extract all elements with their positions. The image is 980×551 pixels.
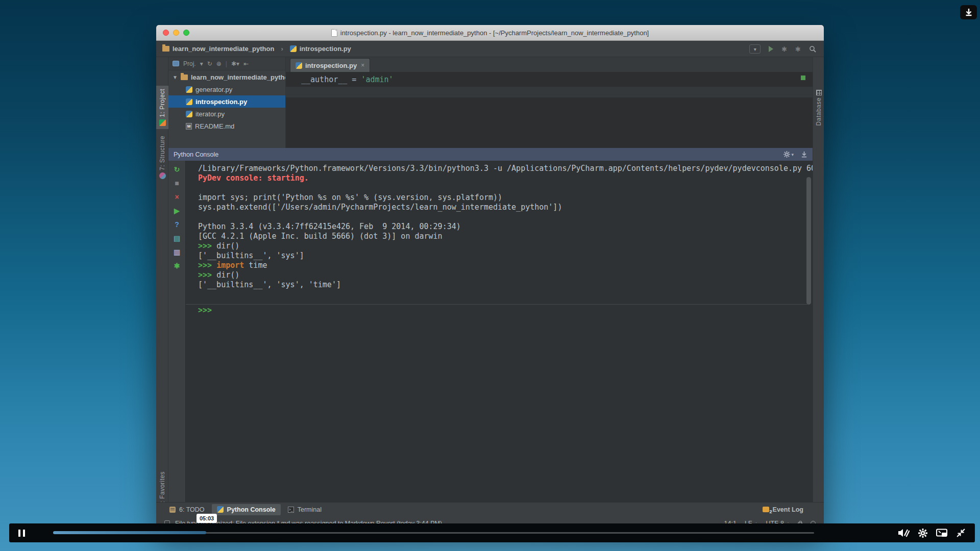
tree-item-readme-md[interactable]: MREADME.md <box>168 120 285 132</box>
console-line <box>198 290 813 299</box>
toolwindow-tab-label: Terminal <box>298 506 322 513</box>
navigation-bar: learn_now_intermediate_python›introspect… <box>156 41 824 57</box>
sidebar-item-structure[interactable]: 7: Structure <box>156 133 168 182</box>
editor-tab-bar: introspection.py × <box>286 57 813 72</box>
console-text-segment: >>> <box>198 261 216 270</box>
console-line: PyDev console: starting. <box>198 173 813 183</box>
expander-icon[interactable]: ▼ <box>173 74 178 80</box>
settings-gear-icon[interactable] <box>918 529 927 538</box>
console-prompt[interactable]: >>> <box>186 306 813 315</box>
project-tree: ▼learn_now_intermediate_pythongenerator.… <box>168 71 285 132</box>
console-text-segment: >>> <box>198 241 216 251</box>
mute-icon[interactable] <box>898 529 910 537</box>
console-text-segment: import sys; print('Python %s on %s' % (s… <box>198 193 502 202</box>
console-title: Python Console <box>174 151 218 158</box>
download-icon <box>965 8 973 16</box>
document-icon <box>331 29 337 37</box>
python-file-icon <box>290 45 297 52</box>
console-text-segment: [GCC 4.2.1 (Apple Inc. build 5666) (dot … <box>198 232 443 241</box>
soft-wrap-icon[interactable]: ✱ <box>174 262 180 269</box>
tree-item-iterator-py[interactable]: iterator.py <box>168 108 285 120</box>
tree-item-generator-py[interactable]: generator.py <box>168 83 285 95</box>
console-line <box>198 212 813 222</box>
traffic-lights <box>163 30 189 36</box>
execute-icon[interactable]: ▶ <box>174 207 180 214</box>
run-config-dropdown[interactable]: ▾ <box>749 44 761 54</box>
code-segment: 'admin' <box>361 75 393 84</box>
window-title: introspection.py - learn_now_intermediat… <box>340 29 649 37</box>
python-file-icon <box>186 86 192 93</box>
debug-icon[interactable]: ✱ <box>781 45 787 53</box>
tree-item-introspection-py[interactable]: introspection.py <box>168 95 285 108</box>
chevron-down-icon[interactable]: ▾ <box>200 60 203 67</box>
inspection-status-icon[interactable] <box>801 76 805 80</box>
breadcrumb: learn_now_intermediate_python›introspect… <box>162 45 351 53</box>
hide-console-icon[interactable] <box>801 151 807 158</box>
pip-icon[interactable] <box>936 529 947 537</box>
python-console-panel: Python Console ▾ ↻■×▶? <box>168 148 813 502</box>
event-log-button[interactable]: 2 Event Log <box>763 506 803 513</box>
tree-item-learn_now_intermediate_python[interactable]: ▼learn_now_intermediate_python <box>168 71 285 83</box>
hide-panel-icon[interactable]: ⇤ <box>243 60 249 67</box>
tree-item-label: README.md <box>195 122 234 130</box>
gear-icon[interactable]: ✱▾ <box>231 60 239 67</box>
python-file-icon <box>217 506 224 513</box>
console-text-segment: PyDev console: starting. <box>198 173 309 183</box>
breadcrumb-item[interactable]: introspection.py <box>290 45 351 53</box>
database-stripe-label: Database <box>815 97 822 126</box>
close-icon[interactable]: × <box>175 193 179 201</box>
minimize-window-button[interactable] <box>173 30 179 36</box>
pause-button[interactable] <box>9 530 34 537</box>
rerun-icon[interactable]: ↻ <box>174 166 180 173</box>
left-tool-stripe: 1: Project 7: Structure 2: Favorites <box>156 57 168 530</box>
console-line: >>> dir() <box>198 270 813 280</box>
refresh-icon[interactable]: ↻ <box>207 60 212 67</box>
console-line: ['__builtins__', 'sys', 'time'] <box>198 280 813 290</box>
close-tab-icon[interactable]: × <box>361 62 364 69</box>
help-icon[interactable]: ? <box>175 221 179 228</box>
run-icon[interactable] <box>769 46 773 52</box>
variables-icon[interactable]: ▤ <box>174 235 180 242</box>
project-view-selector[interactable]: Proj. <box>183 60 196 67</box>
console-text-segment: Python 3.3.4 (v3.3.4:7ff62415e426, Feb 9… <box>198 222 461 231</box>
sidebar-item-project[interactable]: 1: Project <box>156 86 168 129</box>
breadcrumb-item[interactable]: learn_now_intermediate_python <box>162 45 274 53</box>
project-stripe-label: 1: Project <box>159 89 166 117</box>
event-log-label: Event Log <box>773 506 803 513</box>
project-icon <box>159 119 166 126</box>
console-output[interactable]: /Library/Frameworks/Python.framework/Ver… <box>186 161 813 502</box>
toolwindow-tab-label: Python Console <box>227 506 276 513</box>
breadcrumb-label: introspection.py <box>300 45 351 53</box>
markdown-file-icon: M <box>186 123 192 130</box>
console-header[interactable]: Python Console ▾ <box>168 148 813 161</box>
sidebar-item-database[interactable]: Database <box>813 87 824 129</box>
command-queue-icon[interactable]: ▥ <box>174 248 180 256</box>
window-titlebar[interactable]: introspection.py - learn_now_intermediat… <box>156 25 824 41</box>
tab-introspection-py[interactable]: introspection.py × <box>290 58 370 72</box>
download-button[interactable] <box>960 5 977 19</box>
console-line: /Library/Frameworks/Python.framework/Ver… <box>198 164 813 173</box>
search-icon[interactable] <box>809 45 817 53</box>
console-scrollbar-thumb[interactable] <box>806 177 811 305</box>
zoom-window-button[interactable] <box>183 30 189 36</box>
toolwindow-tab-python-console[interactable]: Python Console <box>212 504 281 515</box>
collapse-all-icon[interactable]: ⊕ <box>216 60 222 67</box>
console-text-segment: dir() <box>216 270 239 280</box>
editor-pane[interactable]: __author__ = 'admin' <box>286 72 813 148</box>
console-text-segment: ['__builtins__', 'sys'] <box>198 251 304 260</box>
folder-icon <box>162 46 169 52</box>
player-action-icons <box>898 528 975 538</box>
project-panel-header: Proj. ▾ ↻ ⊕ | ✱▾ ⇤ <box>168 57 285 70</box>
progress-bar[interactable] <box>34 523 891 542</box>
toolwindow-tab-terminal[interactable]: >_Terminal <box>283 504 327 515</box>
console-text-segment: >>> <box>198 270 216 280</box>
structure-icon <box>159 172 166 179</box>
stop-icon[interactable]: ■ <box>175 180 179 187</box>
coverage-icon[interactable]: ✱ <box>795 45 801 53</box>
close-window-button[interactable] <box>163 30 169 36</box>
console-gear-icon[interactable]: ▾ <box>783 151 794 158</box>
console-text-segment: time <box>244 261 267 270</box>
exit-fullscreen-icon[interactable] <box>956 528 966 538</box>
console-line: >>> dir() <box>198 241 813 251</box>
console-text-segment: dir() <box>216 241 239 251</box>
